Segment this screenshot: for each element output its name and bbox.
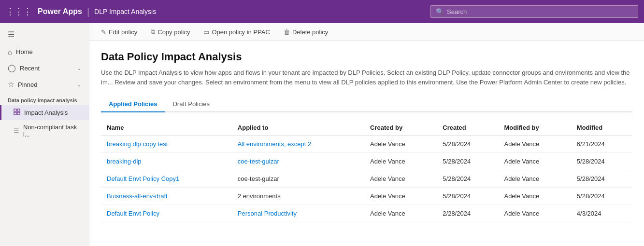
search-bar[interactable]: 🔍: [430, 5, 638, 18]
brand-name: Power Apps: [38, 7, 82, 16]
cell-created-by-2: Adele Vance: [364, 170, 437, 188]
cell-applied-to-0[interactable]: All environments, except 2: [232, 136, 364, 153]
hamburger-icon[interactable]: ☰: [0, 27, 89, 44]
cell-applied-to-2: coe-test-gulzar: [232, 170, 364, 188]
non-compliant-label: Non-compliant task l...: [23, 123, 81, 138]
edit-policy-label: Edit policy: [109, 28, 137, 36]
impact-analysis-label: Impact Analysis: [24, 109, 68, 116]
page-body: Data Policy Impact Analysis Use the DLP …: [89, 41, 644, 246]
waffle-icon[interactable]: ⋮⋮⋮: [6, 6, 32, 17]
cell-created-4: 2/28/2024: [437, 205, 498, 222]
cell-modified-by-2: Adele Vance: [498, 170, 571, 188]
policy-applied-to-3: 2 environments: [238, 192, 281, 200]
col-header-modified-by: Modified by: [498, 120, 571, 136]
tab-draft-policies[interactable]: Draft Policies: [165, 96, 217, 112]
col-header-modified: Modified: [571, 120, 632, 136]
page-title: Data Policy Impact Analysis: [101, 51, 632, 63]
sidebar-item-non-compliant[interactable]: ☰ Non-compliant task l...: [0, 120, 89, 141]
search-icon: 🔍: [436, 8, 444, 15]
toolbar: ✎ Edit policy ⧉ Copy policy ▭ Open polic…: [89, 23, 644, 41]
policy-applied-to-0[interactable]: All environments, except 2: [238, 140, 311, 148]
col-header-applied-to: Applied to: [232, 120, 364, 136]
sidebar-item-home[interactable]: ⌂ Home: [0, 44, 89, 60]
recent-icon: ◯: [8, 64, 16, 72]
col-header-created-by: Created by: [364, 120, 437, 136]
cell-created-2: 5/28/2024: [437, 170, 498, 188]
cell-modified-0: 6/21/2024: [571, 136, 632, 153]
delete-policy-label: Delete policy: [292, 28, 328, 36]
policy-name-0[interactable]: breaking dlp copy test: [107, 140, 168, 148]
cell-created-1: 5/28/2024: [437, 153, 498, 170]
open-ppac-label: Open policy in PPAC: [212, 28, 270, 36]
cell-name-3[interactable]: Buisness-all-env-draft: [101, 188, 232, 205]
page-breadcrumb: DLP Impact Analysis: [94, 8, 156, 15]
top-nav: ⋮⋮⋮ Power Apps | DLP Impact Analysis 🔍: [0, 0, 644, 23]
sidebar: ☰ ⌂ Home ◯ Recent ⌄ ☆ Pinned ⌄ Data poli…: [0, 23, 89, 246]
cell-created-by-0: Adele Vance: [364, 136, 437, 153]
table-row: Buisness-all-env-draft 2 environments Ad…: [101, 188, 632, 205]
sidebar-home-label: Home: [16, 48, 33, 55]
cell-modified-1: 5/28/2024: [571, 153, 632, 170]
cell-modified-3: 5/28/2024: [571, 188, 632, 205]
policy-name-4[interactable]: Default Envt Policy: [107, 210, 159, 217]
cell-modified-by-0: Adele Vance: [498, 136, 571, 153]
impact-analysis-icon: [14, 109, 20, 117]
svg-rect-3: [17, 112, 20, 115]
policy-applied-to-1[interactable]: coe-test-gulzar: [238, 158, 279, 165]
cell-applied-to-3: 2 environments: [232, 188, 364, 205]
home-icon: ⌂: [8, 48, 12, 56]
cell-name-0[interactable]: breaking dlp copy test: [101, 136, 232, 153]
tab-applied-policies[interactable]: Applied Policies: [101, 96, 165, 112]
col-header-name: Name: [101, 120, 232, 136]
recent-chevron-icon: ⌄: [77, 66, 81, 71]
sidebar-recent-label: Recent: [20, 65, 40, 72]
cell-created-by-1: Adele Vance: [364, 153, 437, 170]
cell-name-2[interactable]: Default Envt Policy Copy1: [101, 170, 232, 188]
edit-policy-button[interactable]: ✎ Edit policy: [99, 27, 139, 37]
sidebar-item-recent[interactable]: ◯ Recent ⌄: [0, 60, 89, 76]
policy-name-2[interactable]: Default Envt Policy Copy1: [107, 175, 179, 182]
cell-created-by-3: Adele Vance: [364, 188, 437, 205]
non-compliant-icon: ☰: [14, 127, 19, 135]
policy-name-3[interactable]: Buisness-all-env-draft: [107, 192, 168, 200]
cell-name-1[interactable]: breaking-dlp: [101, 153, 232, 170]
delete-policy-button[interactable]: 🗑 Delete policy: [282, 27, 330, 37]
sidebar-pinned-label: Pinned: [18, 81, 37, 88]
open-ppac-button[interactable]: ▭ Open policy in PPAC: [201, 27, 272, 37]
tabs-container: Applied Policies Draft Policies: [101, 96, 632, 112]
delete-icon: 🗑: [284, 28, 290, 36]
table-row: breaking-dlp coe-test-gulzar Adele Vance…: [101, 153, 632, 170]
copy-policy-button[interactable]: ⧉ Copy policy: [149, 27, 192, 37]
cell-created-0: 5/28/2024: [437, 136, 498, 153]
cell-modified-by-1: Adele Vance: [498, 153, 571, 170]
sidebar-section-label: Data policy impact analysis: [0, 93, 89, 105]
svg-rect-0: [14, 109, 16, 111]
cell-created-3: 5/28/2024: [437, 188, 498, 205]
table-row: breaking dlp copy test All environments,…: [101, 136, 632, 153]
cell-modified-by-4: Adele Vance: [498, 205, 571, 222]
main-content: ✎ Edit policy ⧉ Copy policy ▭ Open polic…: [89, 23, 644, 246]
body-layout: ☰ ⌂ Home ◯ Recent ⌄ ☆ Pinned ⌄ Data poli…: [0, 23, 644, 246]
cell-modified-2: 5/28/2024: [571, 170, 632, 188]
table-row: Default Envt Policy Personal Productivit…: [101, 205, 632, 222]
policy-name-1[interactable]: breaking-dlp: [107, 158, 142, 165]
svg-rect-1: [17, 109, 20, 111]
svg-rect-2: [14, 112, 16, 115]
search-input[interactable]: [447, 8, 633, 15]
table-row: Default Envt Policy Copy1 coe-test-gulza…: [101, 170, 632, 188]
cell-applied-to-1[interactable]: coe-test-gulzar: [232, 153, 364, 170]
col-header-created: Created: [437, 120, 498, 136]
sidebar-item-pinned[interactable]: ☆ Pinned ⌄: [0, 76, 89, 93]
open-ppac-icon: ▭: [203, 28, 209, 36]
copy-icon: ⧉: [151, 28, 155, 36]
sidebar-item-impact-analysis[interactable]: Impact Analysis: [0, 105, 89, 120]
cell-created-by-4: Adele Vance: [364, 205, 437, 222]
nav-divider: |: [87, 6, 89, 17]
cell-modified-4: 4/3/2024: [571, 205, 632, 222]
cell-modified-by-3: Adele Vance: [498, 188, 571, 205]
pinned-chevron-icon: ⌄: [77, 82, 81, 87]
page-description: Use the DLP Impact Analysis to view how …: [101, 68, 632, 87]
cell-applied-to-4[interactable]: Personal Productivity: [232, 205, 364, 222]
cell-name-4[interactable]: Default Envt Policy: [101, 205, 232, 222]
policy-applied-to-4[interactable]: Personal Productivity: [238, 210, 297, 217]
